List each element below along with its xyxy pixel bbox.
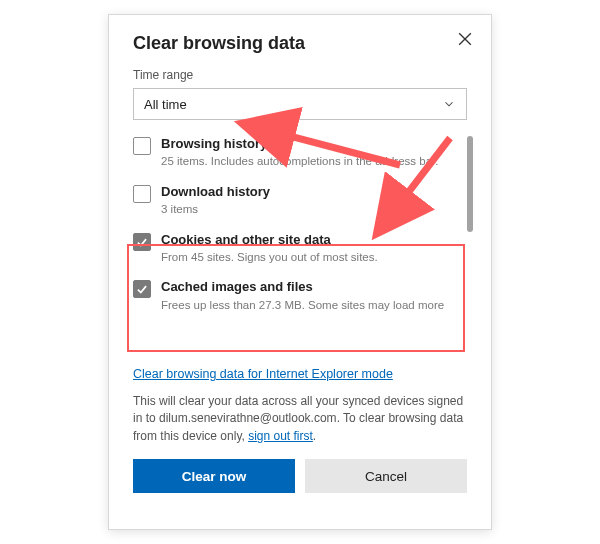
time-range-select[interactable]: All time: [133, 88, 467, 120]
sync-notice: This will clear your data across all you…: [133, 393, 467, 445]
check-icon: [135, 282, 149, 296]
data-type-list: Browsing history 25 items. Includes auto…: [133, 136, 467, 364]
check-icon: [135, 235, 149, 249]
checkbox-cached-images[interactable]: [133, 280, 151, 298]
clear-now-button[interactable]: Clear now: [133, 459, 295, 493]
notice-email: dilum.senevirathne@outlook.com: [159, 411, 337, 425]
close-button[interactable]: [455, 29, 475, 49]
checkbox-browsing-history[interactable]: [133, 137, 151, 155]
clear-browsing-data-dialog: Clear browsing data Time range All time …: [108, 14, 492, 530]
time-range-value: All time: [144, 97, 187, 112]
item-title: Cached images and files: [161, 279, 444, 295]
item-desc: From 45 sites. Signs you out of most sit…: [161, 250, 378, 266]
ie-mode-link[interactable]: Clear browsing data for Internet Explore…: [133, 367, 393, 381]
item-title: Download history: [161, 184, 270, 200]
checkbox-download-history[interactable]: [133, 185, 151, 203]
list-item: Cached images and files Frees up less th…: [133, 279, 467, 313]
cancel-button[interactable]: Cancel: [305, 459, 467, 493]
list-item: Browsing history 25 items. Includes auto…: [133, 136, 467, 170]
scrollbar[interactable]: [467, 136, 473, 232]
list-item: Download history 3 items: [133, 184, 467, 218]
item-desc: 3 items: [161, 202, 270, 218]
item-title: Browsing history: [161, 136, 438, 152]
notice-text: .: [313, 429, 316, 443]
item-desc: 25 items. Includes autocompletions in th…: [161, 154, 438, 170]
list-item: Cookies and other site data From 45 site…: [133, 232, 467, 266]
dialog-title: Clear browsing data: [133, 33, 467, 54]
button-row: Clear now Cancel: [133, 459, 467, 493]
checkbox-cookies[interactable]: [133, 233, 151, 251]
time-range-label: Time range: [133, 68, 467, 82]
close-icon: [455, 29, 475, 49]
item-desc: Frees up less than 27.3 MB. Some sites m…: [161, 298, 444, 314]
chevron-down-icon: [442, 97, 456, 111]
item-title: Cookies and other site data: [161, 232, 378, 248]
sign-out-link[interactable]: sign out first: [248, 429, 313, 443]
